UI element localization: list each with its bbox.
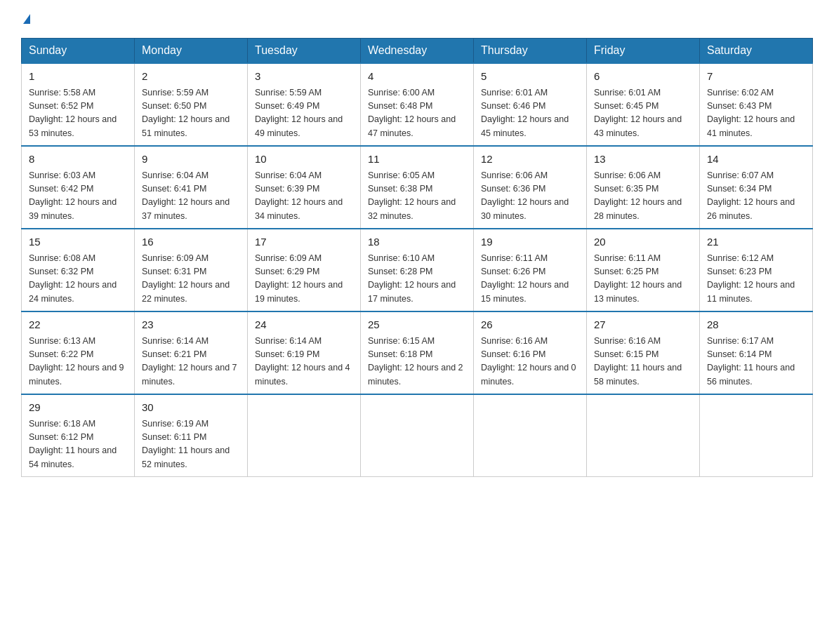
day-info: Sunrise: 6:13 AMSunset: 6:22 PMDaylight:… (29, 335, 127, 389)
day-number: 27 (594, 317, 692, 333)
day-number: 11 (368, 152, 466, 168)
calendar-cell: 2 Sunrise: 5:59 AMSunset: 6:50 PMDayligh… (135, 63, 248, 146)
day-number: 21 (707, 234, 805, 250)
day-number: 25 (368, 317, 466, 333)
day-info: Sunrise: 6:02 AMSunset: 6:43 PMDaylight:… (707, 86, 805, 141)
day-number: 29 (29, 400, 127, 416)
day-info: Sunrise: 6:09 AMSunset: 6:31 PMDaylight:… (142, 252, 240, 307)
day-number: 20 (594, 234, 692, 250)
calendar-cell: 15 Sunrise: 6:08 AMSunset: 6:32 PMDaylig… (22, 229, 135, 311)
day-number: 8 (29, 152, 127, 168)
day-number: 23 (142, 317, 240, 333)
calendar-cell: 19 Sunrise: 6:11 AMSunset: 6:26 PMDaylig… (474, 229, 587, 311)
calendar-cell: 4 Sunrise: 6:00 AMSunset: 6:48 PMDayligh… (361, 63, 474, 146)
calendar-cell: 3 Sunrise: 5:59 AMSunset: 6:49 PMDayligh… (248, 63, 361, 146)
day-info: Sunrise: 6:18 AMSunset: 6:12 PMDaylight:… (29, 417, 127, 472)
calendar-cell (361, 394, 474, 477)
day-info: Sunrise: 6:11 AMSunset: 6:26 PMDaylight:… (481, 252, 579, 307)
day-info: Sunrise: 5:58 AMSunset: 6:52 PMDaylight:… (29, 86, 127, 141)
calendar-cell: 24 Sunrise: 6:14 AMSunset: 6:19 PMDaylig… (248, 311, 361, 394)
calendar-cell: 28 Sunrise: 6:17 AMSunset: 6:14 PMDaylig… (700, 311, 813, 394)
calendar-week-row: 29 Sunrise: 6:18 AMSunset: 6:12 PMDaylig… (22, 394, 813, 477)
day-info: Sunrise: 6:14 AMSunset: 6:19 PMDaylight:… (255, 335, 353, 389)
calendar-header-row: SundayMondayTuesdayWednesdayThursdayFrid… (22, 39, 813, 64)
day-number: 4 (368, 69, 466, 85)
calendar-cell: 22 Sunrise: 6:13 AMSunset: 6:22 PMDaylig… (22, 311, 135, 394)
day-info: Sunrise: 5:59 AMSunset: 6:50 PMDaylight:… (142, 86, 240, 141)
calendar-cell: 20 Sunrise: 6:11 AMSunset: 6:25 PMDaylig… (587, 229, 700, 311)
weekday-header-monday: Monday (135, 39, 248, 64)
calendar-cell: 23 Sunrise: 6:14 AMSunset: 6:21 PMDaylig… (135, 311, 248, 394)
calendar-cell: 13 Sunrise: 6:06 AMSunset: 6:35 PMDaylig… (587, 146, 700, 229)
day-info: Sunrise: 6:10 AMSunset: 6:28 PMDaylight:… (368, 252, 466, 307)
day-info: Sunrise: 6:03 AMSunset: 6:42 PMDaylight:… (29, 169, 127, 224)
day-number: 6 (594, 69, 692, 85)
day-number: 9 (142, 152, 240, 168)
calendar-cell: 11 Sunrise: 6:05 AMSunset: 6:38 PMDaylig… (361, 146, 474, 229)
day-info: Sunrise: 6:00 AMSunset: 6:48 PMDaylight:… (368, 86, 466, 141)
calendar-week-row: 1 Sunrise: 5:58 AMSunset: 6:52 PMDayligh… (22, 63, 813, 146)
calendar-week-row: 8 Sunrise: 6:03 AMSunset: 6:42 PMDayligh… (22, 146, 813, 229)
day-info: Sunrise: 6:16 AMSunset: 6:16 PMDaylight:… (481, 335, 579, 389)
day-info: Sunrise: 6:04 AMSunset: 6:39 PMDaylight:… (255, 169, 353, 224)
calendar-table: SundayMondayTuesdayWednesdayThursdayFrid… (21, 38, 813, 477)
day-number: 17 (255, 234, 353, 250)
day-info: Sunrise: 6:08 AMSunset: 6:32 PMDaylight:… (29, 252, 127, 307)
calendar-week-row: 22 Sunrise: 6:13 AMSunset: 6:22 PMDaylig… (22, 311, 813, 394)
calendar-cell: 25 Sunrise: 6:15 AMSunset: 6:18 PMDaylig… (361, 311, 474, 394)
day-number: 28 (707, 317, 805, 333)
calendar-cell: 27 Sunrise: 6:16 AMSunset: 6:15 PMDaylig… (587, 311, 700, 394)
day-number: 10 (255, 152, 353, 168)
calendar-cell: 12 Sunrise: 6:06 AMSunset: 6:36 PMDaylig… (474, 146, 587, 229)
calendar-cell: 8 Sunrise: 6:03 AMSunset: 6:42 PMDayligh… (22, 146, 135, 229)
calendar-cell: 29 Sunrise: 6:18 AMSunset: 6:12 PMDaylig… (22, 394, 135, 477)
day-number: 18 (368, 234, 466, 250)
calendar-cell (587, 394, 700, 477)
day-info: Sunrise: 6:06 AMSunset: 6:35 PMDaylight:… (594, 169, 692, 224)
calendar-cell: 21 Sunrise: 6:12 AMSunset: 6:23 PMDaylig… (700, 229, 813, 311)
day-number: 3 (255, 69, 353, 85)
calendar-week-row: 15 Sunrise: 6:08 AMSunset: 6:32 PMDaylig… (22, 229, 813, 311)
day-info: Sunrise: 6:01 AMSunset: 6:46 PMDaylight:… (481, 86, 579, 141)
calendar-cell (700, 394, 813, 477)
day-info: Sunrise: 6:11 AMSunset: 6:25 PMDaylight:… (594, 252, 692, 307)
day-number: 13 (594, 152, 692, 168)
calendar-cell: 9 Sunrise: 6:04 AMSunset: 6:41 PMDayligh… (135, 146, 248, 229)
day-number: 2 (142, 69, 240, 85)
weekday-header-wednesday: Wednesday (361, 39, 474, 64)
day-number: 19 (481, 234, 579, 250)
calendar-cell: 30 Sunrise: 6:19 AMSunset: 6:11 PMDaylig… (135, 394, 248, 477)
day-info: Sunrise: 6:07 AMSunset: 6:34 PMDaylight:… (707, 169, 805, 224)
calendar-cell: 10 Sunrise: 6:04 AMSunset: 6:39 PMDaylig… (248, 146, 361, 229)
day-info: Sunrise: 6:16 AMSunset: 6:15 PMDaylight:… (594, 335, 692, 389)
day-number: 1 (29, 69, 127, 85)
calendar-cell: 17 Sunrise: 6:09 AMSunset: 6:29 PMDaylig… (248, 229, 361, 311)
day-number: 14 (707, 152, 805, 168)
calendar-cell: 26 Sunrise: 6:16 AMSunset: 6:16 PMDaylig… (474, 311, 587, 394)
day-info: Sunrise: 6:14 AMSunset: 6:21 PMDaylight:… (142, 335, 240, 389)
day-info: Sunrise: 5:59 AMSunset: 6:49 PMDaylight:… (255, 86, 353, 141)
day-number: 15 (29, 234, 127, 250)
day-number: 7 (707, 69, 805, 85)
weekday-header-thursday: Thursday (474, 39, 587, 64)
day-info: Sunrise: 6:15 AMSunset: 6:18 PMDaylight:… (368, 335, 466, 389)
calendar-cell: 1 Sunrise: 5:58 AMSunset: 6:52 PMDayligh… (22, 63, 135, 146)
day-info: Sunrise: 6:01 AMSunset: 6:45 PMDaylight:… (594, 86, 692, 141)
day-info: Sunrise: 6:09 AMSunset: 6:29 PMDaylight:… (255, 252, 353, 307)
day-number: 16 (142, 234, 240, 250)
day-info: Sunrise: 6:17 AMSunset: 6:14 PMDaylight:… (707, 335, 805, 389)
calendar-cell: 16 Sunrise: 6:09 AMSunset: 6:31 PMDaylig… (135, 229, 248, 311)
weekday-header-tuesday: Tuesday (248, 39, 361, 64)
calendar-cell: 5 Sunrise: 6:01 AMSunset: 6:46 PMDayligh… (474, 63, 587, 146)
day-number: 26 (481, 317, 579, 333)
day-number: 12 (481, 152, 579, 168)
page-header (21, 14, 813, 24)
calendar-cell: 6 Sunrise: 6:01 AMSunset: 6:45 PMDayligh… (587, 63, 700, 146)
day-info: Sunrise: 6:05 AMSunset: 6:38 PMDaylight:… (368, 169, 466, 224)
day-number: 24 (255, 317, 353, 333)
logo-triangle-icon (23, 14, 30, 24)
calendar-cell: 7 Sunrise: 6:02 AMSunset: 6:43 PMDayligh… (700, 63, 813, 146)
calendar-cell (474, 394, 587, 477)
day-info: Sunrise: 6:12 AMSunset: 6:23 PMDaylight:… (707, 252, 805, 307)
day-number: 22 (29, 317, 127, 333)
